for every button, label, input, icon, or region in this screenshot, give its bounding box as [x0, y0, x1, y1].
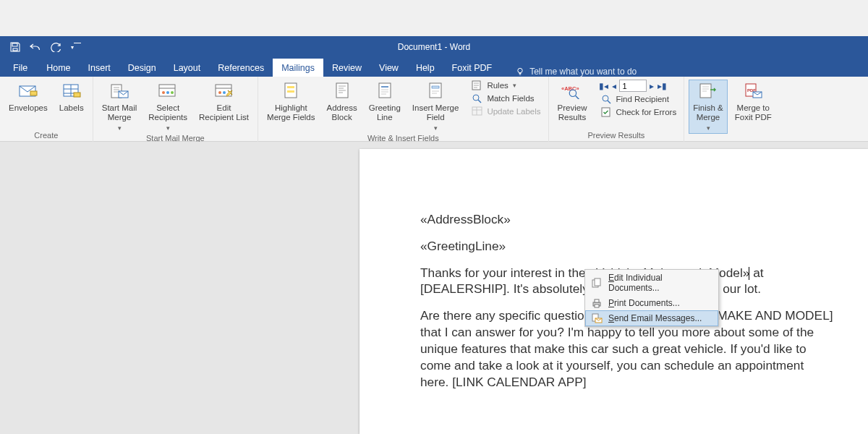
group-write-insert: Highlight Merge Fields Address Block Gre… [258, 77, 549, 142]
highlight-icon [280, 81, 302, 101]
print-docs-label: Print Documents... [608, 298, 680, 308]
save-icon[interactable] [9, 41, 22, 54]
tab-layout[interactable]: Layout [165, 59, 210, 77]
finish-merge-label: Finish & Merge [693, 103, 723, 122]
svg-point-8 [162, 91, 165, 94]
record-number-input[interactable] [619, 80, 647, 92]
match-icon [472, 93, 483, 103]
prev-record-icon[interactable]: ◂ [611, 81, 617, 91]
rules-button[interactable]: Rules▾ [469, 80, 543, 91]
ribbon: Envelopes Labels Create Start Mail Merge… [0, 77, 868, 142]
finish-merge-icon [697, 81, 719, 101]
redo-icon[interactable] [49, 41, 62, 54]
chevron-down-icon: ▾ [118, 124, 122, 132]
greeting-line-button[interactable]: Greeting Line [365, 80, 405, 124]
svg-point-10 [171, 91, 174, 94]
tab-foxit-pdf[interactable]: Foxit PDF [443, 59, 501, 77]
tell-me-input[interactable] [529, 67, 660, 77]
select-recipients-button[interactable]: Select Recipients ▾ [144, 80, 192, 134]
envelope-icon [17, 81, 39, 101]
last-record-icon[interactable]: ▸▮ [657, 81, 668, 91]
group-preview-label: Preview Results [553, 131, 680, 141]
chevron-down-icon: ▾ [513, 82, 516, 89]
svg-rect-35 [595, 299, 599, 302]
chevron-down-icon: ▾ [707, 124, 710, 132]
insert-merge-field-button[interactable]: Insert Merge Field ▾ [408, 80, 464, 134]
highlight-fields-button[interactable]: Highlight Merge Fields [263, 80, 319, 124]
svg-rect-18 [379, 83, 391, 98]
next-record-icon[interactable]: ▸ [649, 81, 655, 91]
mail-merge-icon [109, 81, 130, 101]
document-title: Document1 - Word [398, 42, 470, 52]
address-block-field[interactable]: «AddressBlock» [420, 211, 833, 228]
svg-rect-16 [287, 90, 294, 93]
highlight-fields-label: Highlight Merge Fields [267, 103, 315, 122]
insert-merge-field-label: Insert Merge Field [412, 103, 459, 122]
update-labels-icon [472, 106, 483, 116]
tab-help[interactable]: Help [407, 59, 443, 77]
record-navigation: ▮◂ ◂ ▸ ▸▮ [598, 80, 679, 92]
envelopes-label: Envelopes [9, 103, 48, 113]
svg-rect-15 [287, 86, 294, 88]
group-start-mail-merge: Start Mail Merge ▾ Select Recipients ▾ E… [93, 77, 258, 142]
tab-mailings[interactable]: Mailings [273, 59, 323, 77]
find-recipient-button[interactable]: Find Recipient [598, 93, 679, 105]
labels-label: Labels [59, 103, 84, 113]
foxit-pdf-icon: PDF [742, 81, 764, 101]
documents-icon [591, 277, 603, 289]
rules-label: Rules [487, 81, 508, 90]
tab-insert[interactable]: Insert [80, 59, 119, 77]
svg-rect-19 [430, 83, 441, 98]
ribbon-tabs: File Home Insert Design Layout Reference… [0, 57, 868, 77]
tab-file[interactable]: File [3, 59, 38, 77]
svg-rect-2 [30, 91, 37, 95]
tab-home[interactable]: Home [38, 59, 79, 77]
envelopes-button[interactable]: Envelopes [4, 80, 52, 114]
start-mail-merge-button[interactable]: Start Mail Merge ▾ [98, 80, 142, 134]
start-mail-merge-label: Start Mail Merge [102, 103, 137, 122]
greeting-line-field[interactable]: «GreetingLine» [420, 238, 833, 255]
svg-rect-36 [595, 305, 599, 307]
preview-icon: «ABC» [561, 81, 583, 101]
svg-point-0 [518, 68, 522, 72]
tab-design[interactable]: Design [119, 59, 165, 77]
preview-results-button[interactable]: «ABC» Preview Results [553, 80, 592, 124]
mail-icon [591, 312, 603, 324]
tab-references[interactable]: References [209, 59, 273, 77]
match-fields-button[interactable]: Match Fields [469, 93, 543, 104]
first-record-icon[interactable]: ▮◂ [598, 81, 609, 91]
greeting-icon [374, 81, 396, 101]
svg-point-13 [223, 91, 226, 94]
group-create-label: Create [4, 131, 88, 141]
finish-merge-button[interactable]: Finish & Merge ▾ [689, 80, 728, 134]
merge-field-icon [425, 81, 446, 101]
check-errors-button[interactable]: Check for Errors [598, 106, 679, 118]
svg-point-9 [166, 91, 169, 94]
print-documents-item[interactable]: Print Documents... [585, 295, 718, 311]
qat-customize-icon[interactable]: ▾ [69, 41, 82, 54]
chevron-down-icon: ▾ [166, 124, 170, 132]
labels-button[interactable]: Labels [55, 80, 88, 114]
edit-list-icon [213, 81, 235, 101]
match-fields-label: Match Fields [487, 94, 534, 103]
tell-me-search[interactable] [515, 67, 660, 77]
recipients-icon [157, 81, 179, 101]
edit-individual-documents-item[interactable]: Edit Individual Documents... [585, 271, 718, 295]
svg-point-12 [218, 91, 221, 94]
window-chrome-spacer [0, 0, 868, 36]
svg-rect-27 [602, 108, 610, 116]
rules-icon [472, 80, 483, 90]
send-email-messages-item[interactable]: Send Email Messages... [585, 310, 718, 326]
undo-icon[interactable] [29, 41, 42, 54]
edit-recipient-list-button[interactable]: Edit Recipient List [195, 80, 253, 124]
labels-icon [61, 81, 82, 101]
search-icon [601, 94, 612, 104]
tab-review[interactable]: Review [323, 59, 370, 77]
merge-foxit-pdf-button[interactable]: PDF Merge to Foxit PDF [731, 80, 776, 124]
address-block-button[interactable]: Address Block [323, 80, 362, 124]
svg-rect-7 [159, 85, 175, 96]
tab-view[interactable]: View [370, 59, 407, 77]
svg-point-26 [603, 95, 608, 101]
address-block-icon [331, 81, 353, 101]
update-labels-label: Update Labels [487, 107, 540, 116]
